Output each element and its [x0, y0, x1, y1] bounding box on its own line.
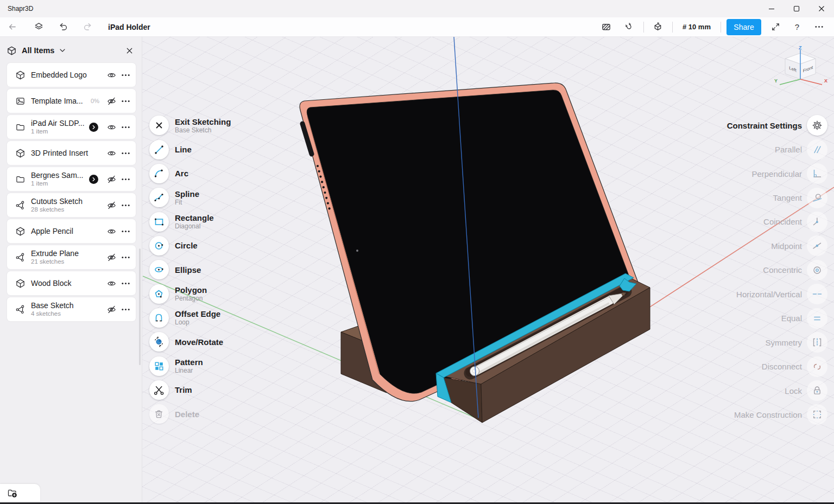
more-icon[interactable]	[118, 250, 132, 264]
pattern-tool-icon[interactable]	[149, 356, 169, 376]
grid-size-value[interactable]: # 10 mm	[678, 23, 715, 31]
fullscreen-button[interactable]	[767, 19, 784, 35]
exit-sketching-icon[interactable]	[149, 116, 169, 135]
equal-icon[interactable]	[807, 308, 827, 329]
polygon-tool-icon[interactable]	[149, 284, 169, 304]
constraint-coincident[interactable]: Coincident	[727, 210, 827, 234]
more-icon[interactable]	[118, 276, 132, 290]
viewport-3d[interactable]: Z Y X Left Front Exit SketchingBase Sket…	[142, 37, 834, 502]
constraint-perpendicular[interactable]: Perpendicular	[727, 162, 827, 186]
eye-icon[interactable]	[104, 146, 118, 160]
delete-tool-icon[interactable]	[149, 404, 169, 424]
eye-icon[interactable]	[104, 68, 118, 82]
share-button[interactable]: Share	[726, 19, 761, 35]
chevron-down-icon[interactable]	[58, 46, 67, 55]
constraint-symmetry[interactable]: Symmetry	[727, 330, 827, 354]
constraint-concentric[interactable]: Concentric	[727, 258, 827, 282]
tool-delete[interactable]: Delete	[149, 402, 231, 426]
more-icon[interactable]	[118, 68, 132, 82]
tangent-icon[interactable]	[807, 188, 827, 208]
tool-rectangle[interactable]: RectangleDiagonal	[149, 209, 231, 233]
minimize-button[interactable]	[759, 0, 784, 17]
constraint-tangent[interactable]: Tangent	[727, 186, 827, 209]
constraint-parallel[interactable]: Parallel	[727, 137, 827, 161]
constraint-disconnect[interactable]: Disconnect	[727, 354, 827, 378]
sidebar-title[interactable]: All Items	[22, 46, 54, 55]
tool-circle[interactable]: Circle	[149, 234, 231, 258]
layer-item-extrude-plane[interactable]: Extrude Plane21 sketches	[7, 245, 136, 269]
spline-tool-icon[interactable]	[149, 188, 169, 207]
help-button[interactable]: ?	[789, 22, 805, 31]
more-icon[interactable]	[118, 198, 132, 212]
opacity-value[interactable]: 0%	[91, 98, 99, 104]
symmetry-icon[interactable]	[807, 332, 827, 353]
tool-spline[interactable]: SplineFit	[149, 186, 231, 209]
close-button[interactable]	[809, 0, 834, 17]
expand-folder-badge[interactable]	[89, 175, 98, 184]
back-button[interactable]	[3, 19, 21, 35]
constraint-horizontal-vertical[interactable]: Horizontal/Vertical	[727, 282, 827, 306]
orientation-button[interactable]	[649, 19, 667, 35]
constraint-equal[interactable]: Equal	[727, 307, 827, 330]
tool-polygon[interactable]: PolygonPentagon	[149, 282, 231, 305]
tool-arc[interactable]: Arc	[149, 162, 231, 186]
more-icon[interactable]	[118, 224, 132, 238]
midpoint-icon[interactable]	[807, 235, 827, 256]
layer-item-3d-printed-insert[interactable]: 3D Printed Insert	[7, 141, 136, 165]
more-icon[interactable]	[118, 146, 132, 160]
maximize-button[interactable]	[784, 0, 809, 17]
parallel-icon[interactable]	[807, 139, 827, 160]
layers-button[interactable]	[30, 19, 47, 35]
layer-item-bergnes-sample[interactable]: Bergnes Sam...1 item	[7, 167, 136, 191]
tool-ellipse[interactable]: Ellipse	[149, 258, 231, 282]
render-style-button[interactable]	[598, 19, 615, 35]
disconnect-icon[interactable]	[807, 356, 827, 377]
make-construction-icon[interactable]	[807, 404, 827, 425]
constraint-settings[interactable]: Constraint Settings	[727, 113, 827, 137]
eye-off-icon[interactable]	[104, 302, 118, 316]
circle-tool-icon[interactable]	[149, 236, 169, 256]
eye-off-icon[interactable]	[104, 172, 118, 186]
more-menu-button[interactable]	[810, 19, 827, 35]
eye-icon[interactable]	[104, 276, 118, 290]
line-tool-icon[interactable]	[149, 140, 169, 160]
more-icon[interactable]	[118, 94, 132, 108]
constraint-lock[interactable]: Lock	[727, 379, 827, 403]
ellipse-tool-icon[interactable]	[149, 260, 169, 279]
eye-off-icon[interactable]	[104, 250, 118, 264]
tool-trim[interactable]: Trim	[149, 378, 231, 402]
trim-tool-icon[interactable]	[149, 380, 169, 400]
coincident-icon[interactable]	[807, 212, 827, 232]
undo-button[interactable]	[54, 19, 72, 35]
constraint-make-construction[interactable]: Make Construction	[727, 403, 827, 426]
horizontal-vertical-icon[interactable]	[807, 284, 827, 304]
tool-pattern[interactable]: PatternLinear	[149, 354, 231, 378]
layer-item-base-sketch[interactable]: Base Sketch4 sketches	[7, 297, 136, 321]
eye-icon[interactable]	[104, 120, 118, 134]
layer-item-ipad-air[interactable]: iPad Air SLDP...1 item	[7, 115, 136, 139]
perpendicular-icon[interactable]	[807, 163, 827, 184]
more-icon[interactable]	[118, 302, 132, 316]
rectangle-tool-icon[interactable]	[149, 212, 169, 232]
eye-off-icon[interactable]	[104, 198, 118, 212]
constraint-midpoint[interactable]: Midpoint	[727, 234, 827, 258]
view-orientation-cube[interactable]: Z Y X Left Front	[772, 46, 830, 92]
tool-offset-edge[interactable]: Offset EdgeLoop	[149, 306, 231, 330]
expand-folder-badge[interactable]	[89, 123, 98, 132]
layer-item-wood-block[interactable]: Wood Block	[7, 271, 136, 295]
move-rotate-tool-icon[interactable]	[149, 332, 169, 352]
offset-edge-tool-icon[interactable]	[149, 308, 169, 328]
lock-icon[interactable]	[807, 380, 827, 401]
more-icon[interactable]	[118, 172, 132, 186]
layer-item-template-image[interactable]: Template Ima... 0%	[7, 89, 136, 113]
eye-off-icon[interactable]	[104, 94, 118, 108]
tool-move-rotate[interactable]: Move/Rotate	[149, 330, 231, 354]
snapping-button[interactable]	[621, 19, 638, 35]
add-item-button[interactable]	[0, 484, 40, 502]
more-icon[interactable]	[118, 120, 132, 134]
sidebar-scrollbar[interactable]	[139, 248, 141, 365]
concentric-icon[interactable]	[807, 260, 827, 280]
layer-item-cutouts-sketch[interactable]: Cutouts Sketch28 sketches	[7, 193, 136, 217]
sidebar-close-button[interactable]	[122, 43, 136, 58]
arc-tool-icon[interactable]	[149, 164, 169, 183]
